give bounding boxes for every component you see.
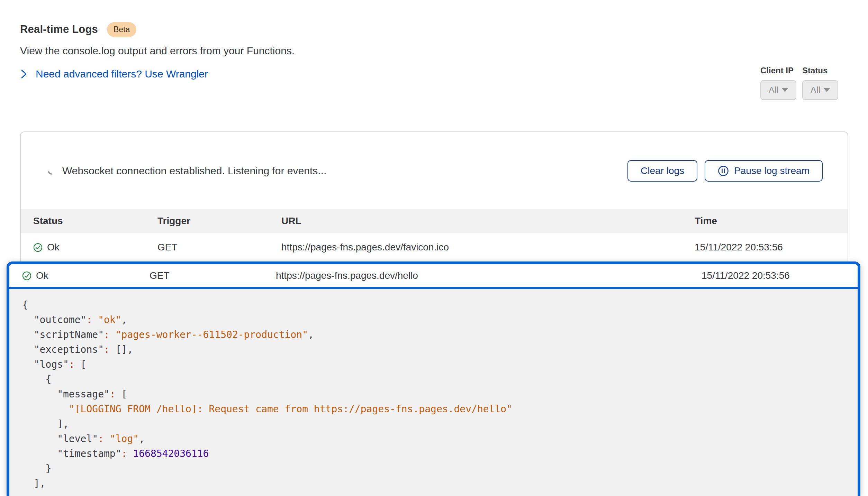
page-description: View the console.log output and errors f… [20, 45, 295, 57]
client-ip-label: Client IP [760, 66, 796, 75]
log-row-url: https://pages-fns.pages.dev/favicon.ico [281, 242, 695, 253]
log-row-status: Ok [36, 270, 48, 281]
status-ok-icon [22, 271, 31, 281]
status-filter-value: All [811, 85, 821, 95]
status-filter-label: Status [802, 66, 838, 75]
page-header: Real-time Logs Beta View the console.log… [20, 21, 295, 80]
column-header-time: Time [695, 215, 848, 227]
log-filters: Client IP All Status All [760, 66, 838, 100]
expanded-log-entry: Ok GET https://pages-fns.pages.dev/hello… [7, 261, 860, 496]
column-header-trigger: Trigger [157, 215, 281, 227]
log-row-status: Ok [47, 242, 60, 253]
log-detail-json: { "outcome": "ok", "scriptName": "pages-… [9, 289, 858, 496]
caret-down-icon [782, 88, 788, 92]
log-row-time: 15/11/2022 20:53:56 [702, 270, 858, 281]
log-row-url: https://pages-fns.pages.dev/hello [276, 270, 702, 281]
log-row-selected[interactable]: Ok GET https://pages-fns.pages.dev/hello… [9, 264, 858, 289]
column-header-url: URL [281, 215, 695, 227]
wrangler-link[interactable]: Need advanced filters? Use Wrangler [20, 68, 208, 80]
log-table-header: Status Trigger URL Time [21, 209, 848, 233]
clear-logs-label: Clear logs [641, 165, 684, 176]
status-filter-dropdown[interactable]: All [802, 80, 838, 100]
status-ok-icon [33, 243, 43, 252]
caret-down-icon [824, 88, 830, 92]
clear-logs-button[interactable]: Clear logs [627, 160, 697, 182]
client-ip-filter-value: All [769, 85, 779, 95]
websocket-status-message: Websocket connection established. Listen… [62, 165, 326, 177]
client-ip-filter-dropdown[interactable]: All [760, 80, 796, 100]
chevron-right-icon [20, 69, 28, 79]
log-row[interactable]: Ok GET https://pages-fns.pages.dev/favic… [21, 233, 848, 262]
beta-badge: Beta [107, 22, 136, 37]
page-title: Real-time Logs [20, 23, 98, 36]
spinner-icon [46, 165, 57, 176]
pause-log-stream-button[interactable]: Pause log stream [705, 160, 823, 182]
wrangler-link-label: Need advanced filters? Use Wrangler [36, 68, 208, 80]
pause-icon [718, 165, 729, 176]
realtime-logs-page: Real-time Logs Beta View the console.log… [0, 0, 868, 496]
log-row-trigger: GET [157, 242, 281, 253]
pause-log-stream-label: Pause log stream [734, 165, 810, 176]
column-header-status: Status [33, 215, 157, 227]
log-row-time: 15/11/2022 20:53:56 [695, 242, 848, 253]
logs-toolbar: Websocket connection established. Listen… [21, 132, 848, 209]
log-row-trigger: GET [150, 270, 276, 281]
